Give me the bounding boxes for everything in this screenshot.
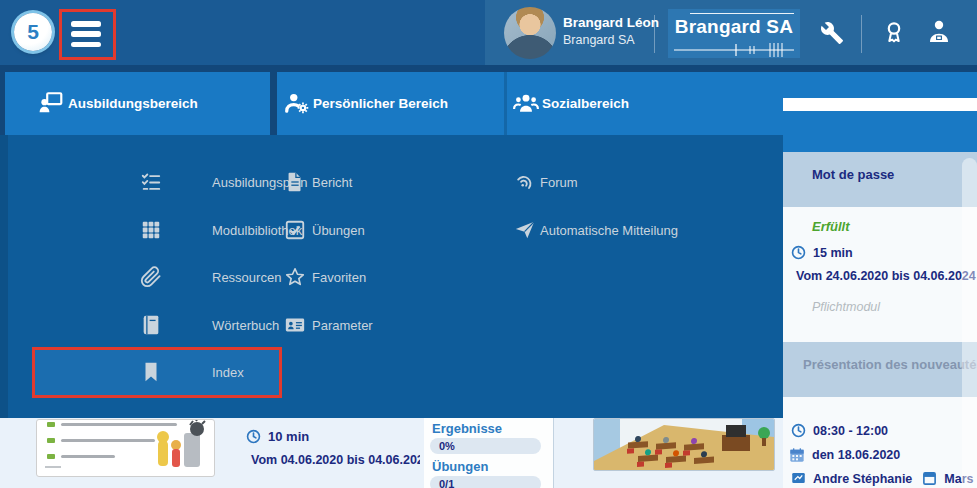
header-divider-strip: [0, 65, 977, 72]
annotation-box-index: [32, 347, 282, 398]
results-progress-bar: 0%: [430, 438, 541, 454]
account-icon[interactable]: [926, 18, 952, 44]
user-company: Brangard SA: [563, 33, 659, 47]
event-card-title: Présentation des nouveautés: [803, 357, 977, 372]
star-icon: [284, 266, 306, 288]
menu-item-uebungen[interactable]: Übungen: [312, 219, 365, 241]
tab-sozialbereich[interactable]: Sozialbereich: [542, 72, 629, 135]
logo-scale-graphic: [672, 41, 796, 57]
topbar-divider: [654, 15, 655, 53]
medal-icon[interactable]: [882, 19, 906, 45]
training-board-icon: [38, 90, 64, 116]
mega-menu-edge: [0, 135, 8, 418]
page-white-band: [783, 98, 977, 111]
module-thumbnail[interactable]: [36, 419, 215, 477]
cartoon-illustration: [37, 420, 214, 476]
document-icon: [284, 171, 306, 193]
check-square-icon: [284, 219, 306, 241]
classroom-illustration: [594, 419, 774, 470]
event-trainer: Andre Stéphanie: [813, 472, 912, 486]
menu-item-woerterbuch[interactable]: Wörterbuch: [212, 314, 279, 336]
page-blue-band: [783, 111, 977, 152]
event-card-header[interactable]: Présentation des nouveautés: [783, 342, 977, 397]
person-gear-icon: [284, 90, 310, 116]
room-icon: [922, 471, 937, 486]
scrollbar[interactable]: [962, 158, 977, 488]
bottom-module-duration: 10 min: [268, 429, 309, 444]
clock-icon: [791, 423, 806, 438]
menu-item-automatische-mitteilung[interactable]: Automatische Mitteilung: [540, 219, 678, 241]
tab-gap: [0, 72, 5, 135]
app-logo[interactable]: 5: [14, 13, 52, 51]
avatar[interactable]: [504, 7, 556, 59]
people-group-icon: [513, 90, 539, 116]
company-logo-text: Brangard SA: [668, 16, 800, 38]
module-card-header[interactable]: Mot de passe: [783, 152, 977, 207]
tab-persoenlicher-bereich[interactable]: Persönlicher Bereich: [313, 72, 448, 135]
exercises-label: Übungen: [432, 459, 488, 474]
module-card-body: Erfüllt 15 min Vom 24.06.2020 bis 04.06.…: [783, 207, 977, 342]
wrench-icon[interactable]: [820, 21, 844, 45]
module-card-title: Mot de passe: [812, 167, 977, 182]
event-date: den 18.06.2020: [812, 448, 900, 462]
forum-icon: [514, 171, 536, 193]
stats-divider: [553, 418, 554, 488]
clock-icon: [246, 429, 261, 444]
event-card-body: 08:30 - 12:00 den 18.06.2020 Andre Stéph…: [783, 397, 977, 488]
company-logo[interactable]: Brangard SA: [668, 9, 800, 58]
bottom-module-date-range: Vom 04.06.2020 bis 04.06.2024: [251, 453, 420, 467]
paper-plane-icon: [514, 219, 536, 241]
app-window: 5 Brangard Léon Brangard SA Brangard SA: [0, 0, 977, 488]
clock-icon: [791, 245, 806, 260]
task-list-icon: [140, 171, 162, 193]
results-value: 0%: [439, 440, 455, 452]
classroom-thumbnail[interactable]: [593, 418, 775, 471]
menu-item-ressourcen[interactable]: Ressourcen: [212, 266, 281, 288]
user-block[interactable]: Brangard Léon Brangard SA: [563, 15, 659, 47]
grid-icon: [140, 219, 162, 241]
paperclip-icon: [140, 266, 162, 288]
annotation-box-hamburger: [59, 9, 116, 60]
tab-ausbildungsbereich[interactable]: Ausbildungsbereich: [68, 72, 198, 135]
menu-item-forum[interactable]: Forum: [540, 171, 578, 193]
app-logo-number: 5: [27, 20, 39, 44]
book-icon: [140, 314, 162, 336]
module-date-range: Vom 24.06.2020 bis 04.06.2024: [796, 269, 976, 283]
exercises-progress-bar: 0/1: [430, 476, 541, 488]
results-label: Ergebnisse: [432, 421, 502, 436]
tab-gap: [270, 72, 277, 135]
module-duration: 15 min: [813, 246, 853, 260]
menu-item-favoriten[interactable]: Favoriten: [312, 266, 366, 288]
calendar-icon: [789, 447, 805, 463]
id-card-icon: [284, 314, 306, 336]
tab-gap: [504, 72, 507, 135]
exercises-value: 0/1: [439, 478, 454, 488]
status-badge: Erfüllt: [812, 219, 850, 234]
menu-item-parameter[interactable]: Parameter: [312, 314, 373, 336]
user-name: Brangard Léon: [563, 15, 659, 30]
topbar-divider: [861, 15, 862, 53]
menu-item-bericht[interactable]: Bericht: [312, 171, 352, 193]
module-tag: Pflichtmodul: [812, 300, 880, 314]
event-time-range: 08:30 - 12:00: [813, 424, 888, 438]
presenter-icon: [791, 471, 806, 486]
logo-decor-line: [690, 13, 794, 14]
